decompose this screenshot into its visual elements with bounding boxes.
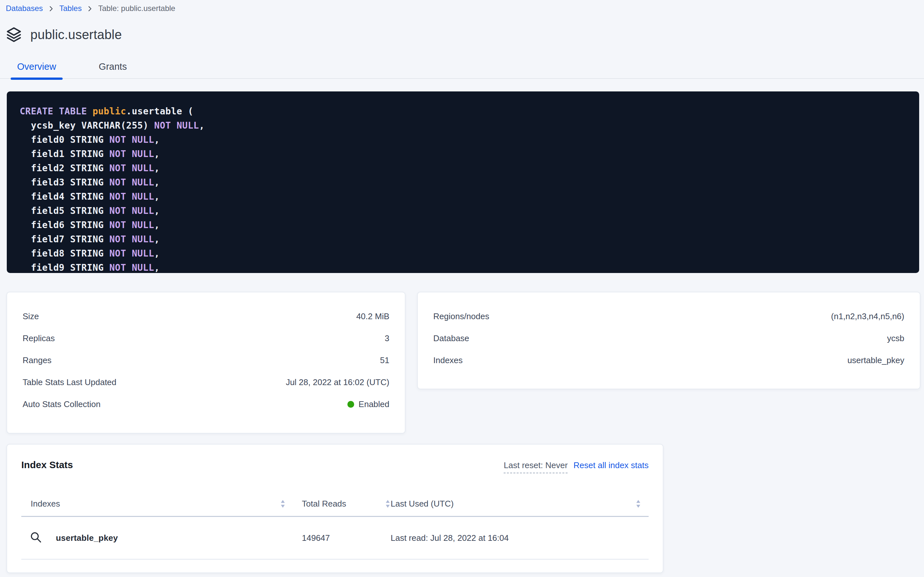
index-stats-title: Index Stats bbox=[21, 459, 73, 471]
detail-row-indexes: Indexes usertable_pkey bbox=[433, 349, 904, 371]
chevron-right-icon bbox=[87, 5, 92, 12]
sort-icon bbox=[636, 500, 641, 508]
breadcrumb-link-databases[interactable]: Databases bbox=[6, 4, 43, 13]
index-stats-table-header: Indexes Total Reads Last Used (UTC) bbox=[21, 492, 649, 517]
create-table-statement[interactable]: CREATE TABLE public.usertable ( ycsb_key… bbox=[7, 92, 919, 273]
sort-icon bbox=[386, 500, 390, 508]
last-reset-label: Last reset: Never bbox=[504, 460, 567, 473]
detail-label: Replicas bbox=[22, 334, 55, 343]
detail-value: Jul 28, 2022 at 16:02 (UTC) bbox=[286, 377, 389, 387]
detail-value: ycsb bbox=[887, 334, 904, 343]
detail-value: Enabled bbox=[347, 399, 389, 409]
detail-label: Database bbox=[433, 334, 469, 343]
page-title: public.usertable bbox=[31, 27, 122, 42]
index-stats-table: Indexes Total Reads Last Used (UTC) bbox=[21, 492, 649, 559]
index-last-used: Last read: Jul 28, 2022 at 16:04 bbox=[390, 533, 649, 543]
breadcrumb: Databases Tables Table: public.usertable bbox=[6, 3, 175, 14]
page-header: public.usertable bbox=[6, 26, 122, 43]
detail-value: 40.2 MiB bbox=[356, 311, 389, 321]
column-header-total-reads[interactable]: Total Reads bbox=[302, 499, 390, 509]
index-stats-card: Index Stats Last reset: Never Reset all … bbox=[6, 444, 664, 573]
breadcrumb-current: Table: public.usertable bbox=[98, 4, 175, 13]
detail-row-ranges: Ranges 51 bbox=[22, 349, 389, 371]
detail-label: Ranges bbox=[22, 355, 51, 365]
status-enabled-dot-icon bbox=[347, 401, 354, 408]
magnifier-icon bbox=[30, 532, 42, 544]
column-label: Total Reads bbox=[302, 499, 346, 509]
table-details-card-right: Regions/nodes (n1,n2,n3,n4,n5,n6) Databa… bbox=[417, 292, 921, 389]
detail-value: (n1,n2,n3,n4,n5,n6) bbox=[831, 311, 904, 321]
sort-icon bbox=[281, 500, 285, 508]
column-label: Indexes bbox=[31, 499, 60, 509]
detail-label: Auto Stats Collection bbox=[22, 399, 100, 409]
detail-value: 51 bbox=[380, 355, 389, 365]
table-details-page: Databases Tables Table: public.usertable… bbox=[0, 0, 924, 577]
detail-label: Size bbox=[22, 311, 39, 321]
status-text: Enabled bbox=[359, 399, 389, 409]
detail-value: usertable_pkey bbox=[847, 355, 904, 365]
stack-layers-icon bbox=[6, 26, 22, 43]
detail-label: Indexes bbox=[433, 355, 463, 365]
detail-label: Table Stats Last Updated bbox=[22, 377, 117, 387]
detail-label: Regions/nodes bbox=[433, 311, 489, 321]
tab-overview[interactable]: Overview bbox=[11, 60, 63, 78]
column-header-last-used[interactable]: Last Used (UTC) bbox=[390, 499, 649, 509]
tab-grants[interactable]: Grants bbox=[92, 60, 133, 78]
index-total-reads: 149647 bbox=[302, 533, 390, 543]
detail-row-replicas: Replicas 3 bbox=[22, 327, 389, 349]
column-header-indexes[interactable]: Indexes bbox=[21, 499, 302, 509]
chevron-right-icon bbox=[49, 5, 54, 12]
reset-index-stats-link[interactable]: Reset all index stats bbox=[574, 460, 649, 471]
detail-value: 3 bbox=[385, 334, 389, 343]
column-label: Last Used (UTC) bbox=[390, 499, 453, 509]
table-details-card: Size 40.2 MiB Replicas 3 Ranges 51 Table… bbox=[6, 292, 405, 434]
index-stats-row[interactable]: usertable_pkey 149647 Last read: Jul 28,… bbox=[21, 517, 649, 559]
detail-row-database: Database ycsb bbox=[433, 327, 904, 349]
detail-row-size: Size 40.2 MiB bbox=[22, 305, 389, 327]
detail-row-regions: Regions/nodes (n1,n2,n3,n4,n5,n6) bbox=[433, 305, 904, 327]
breadcrumb-link-tables[interactable]: Tables bbox=[59, 4, 82, 13]
index-name-link[interactable]: usertable_pkey bbox=[56, 533, 118, 543]
tabbar: Overview Grants bbox=[0, 60, 924, 79]
detail-row-stats-updated: Table Stats Last Updated Jul 28, 2022 at… bbox=[22, 371, 389, 393]
detail-row-auto-stats: Auto Stats Collection Enabled bbox=[22, 393, 389, 415]
